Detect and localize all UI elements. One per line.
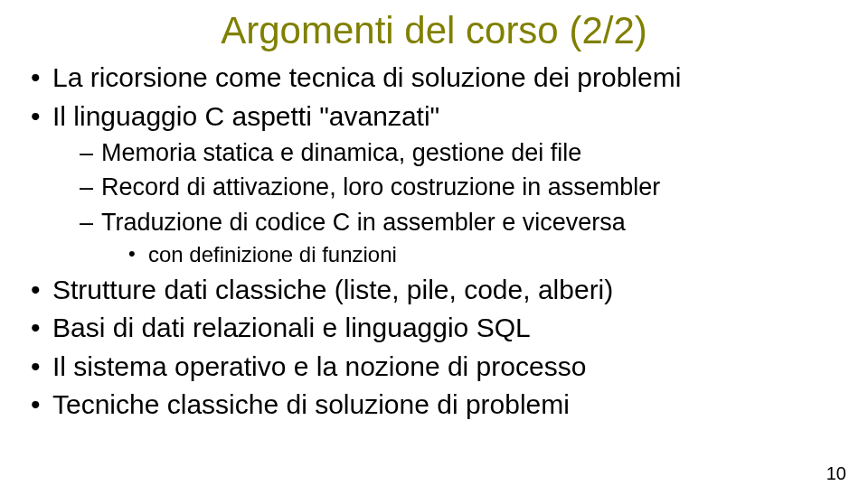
list-item: Il linguaggio C aspetti "avanzati" Memor… (27, 98, 841, 270)
bullet-list: La ricorsione come tecnica di soluzione … (27, 60, 841, 424)
list-item: Memoria statica e dinamica, gestione dei… (80, 136, 841, 169)
list-item: Il sistema operativo e la nozione di pro… (27, 349, 841, 386)
bullet-text: La ricorsione come tecnica di soluzione … (52, 62, 681, 92)
bullet-text: Tecniche classiche di soluzione di probl… (52, 389, 570, 419)
list-item: con definizione di funzioni (128, 240, 841, 269)
bullet-text: Basi di dati relazionali e linguaggio SQ… (52, 313, 531, 342)
list-item: La ricorsione come tecnica di soluzione … (27, 60, 841, 97)
sub-list: Memoria statica e dinamica, gestione dei… (52, 136, 841, 270)
list-item: Strutture dati classiche (liste, pile, c… (27, 272, 841, 309)
subsub-list: con definizione di funzioni (101, 240, 841, 269)
bullet-text: Memoria statica e dinamica, gestione dei… (101, 139, 581, 166)
bullet-text: Strutture dati classiche (liste, pile, c… (52, 275, 613, 304)
bullet-text: Il sistema operativo e la nozione di pro… (52, 351, 586, 381)
slide: Argomenti del corso (2/2) La ricorsione … (0, 0, 868, 495)
bullet-text: Il linguaggio C aspetti "avanzati" (52, 101, 439, 131)
bullet-text: Traduzione di codice C in assembler e vi… (101, 209, 626, 236)
list-item: Traduzione di codice C in assembler e vi… (80, 206, 841, 270)
bullet-text: Record di attivazione, loro costruzione … (101, 173, 660, 201)
slide-title: Argomenti del corso (2/2) (27, 9, 841, 52)
list-item: Basi di dati relazionali e linguaggio SQ… (27, 310, 841, 347)
list-item: Tecniche classiche di soluzione di probl… (27, 387, 841, 424)
list-item: Record di attivazione, loro costruzione … (80, 171, 841, 203)
page-number: 10 (826, 463, 846, 484)
bullet-text: con definizione di funzioni (148, 242, 397, 266)
